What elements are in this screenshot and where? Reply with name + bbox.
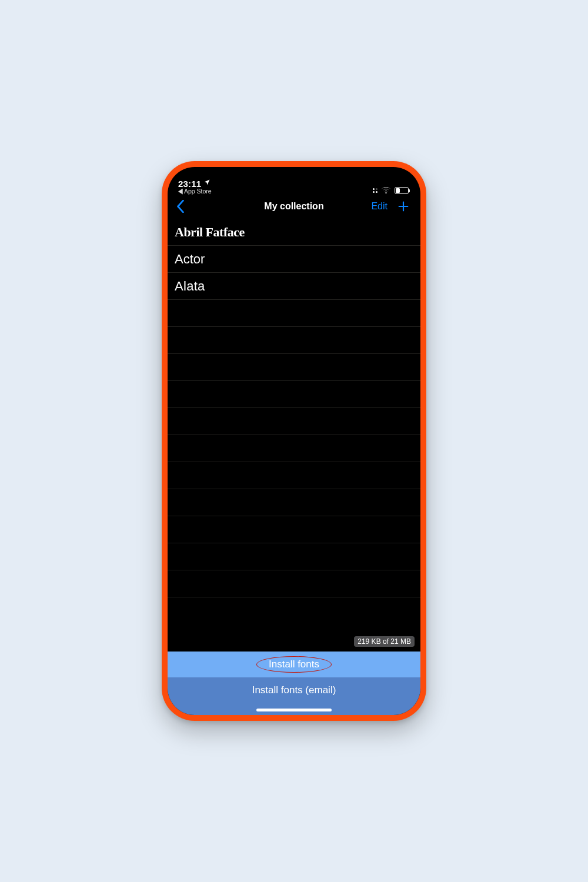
empty-row — [168, 570, 420, 597]
screen: 23:11 ◀︎ App Store — [168, 167, 420, 715]
empty-row — [168, 354, 420, 381]
empty-row — [168, 408, 420, 435]
wifi-icon — [381, 187, 391, 194]
back-button[interactable] — [170, 196, 191, 217]
font-list[interactable]: Abril Fatface Actor Alata 219 KB of 21 M… — [168, 219, 420, 652]
font-name: Alata — [175, 279, 205, 294]
install-fonts-email-label: Install fonts (email) — [252, 684, 336, 696]
bottom-actions: Install fonts Install fonts (email) — [168, 652, 420, 715]
install-fonts-button[interactable]: Install fonts — [168, 652, 420, 677]
status-left: 23:11 ◀︎ App Store — [178, 179, 212, 195]
empty-row — [168, 381, 420, 408]
storage-badge: 219 KB of 21 MB — [354, 636, 415, 647]
back-to-app-label: App Store — [184, 188, 212, 195]
empty-row — [168, 543, 420, 570]
empty-row — [168, 462, 420, 489]
status-right — [373, 187, 409, 194]
font-row[interactable]: Alata — [168, 273, 420, 300]
status-bar: 23:11 ◀︎ App Store — [168, 167, 420, 194]
back-to-app-link[interactable]: ◀︎ App Store — [178, 188, 212, 195]
install-fonts-label: Install fonts — [269, 659, 319, 670]
font-name: Abril Fatface — [175, 225, 245, 240]
empty-row — [168, 435, 420, 462]
empty-row — [168, 300, 420, 327]
home-indicator[interactable] — [256, 709, 332, 711]
add-button[interactable] — [393, 196, 413, 216]
font-name: Actor — [175, 252, 205, 267]
empty-row — [168, 327, 420, 354]
edit-button[interactable]: Edit — [371, 201, 387, 212]
font-row[interactable]: Abril Fatface — [168, 219, 420, 246]
empty-row — [168, 516, 420, 543]
nav-bar: My collection Edit — [168, 194, 420, 219]
install-fonts-email-button[interactable]: Install fonts (email) — [168, 677, 420, 715]
empty-row — [168, 489, 420, 516]
location-arrow-icon — [203, 179, 211, 187]
device-frame: 23:11 ◀︎ App Store — [162, 161, 426, 721]
cellular-signal-icon — [373, 188, 377, 193]
battery-icon — [395, 187, 409, 194]
font-row[interactable]: Actor — [168, 246, 420, 273]
